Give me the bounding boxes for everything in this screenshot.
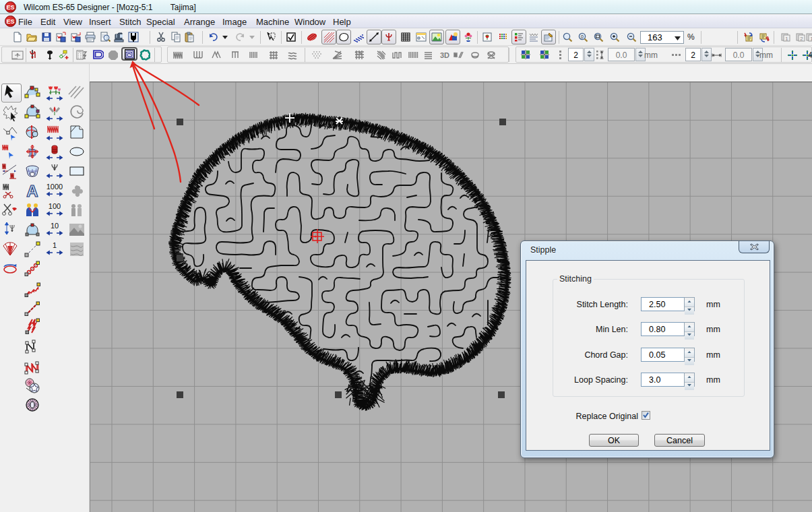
svg-text:A: A [26,182,38,199]
svg-text:1000: 1000 [46,183,63,191]
svg-text:10: 10 [51,222,59,230]
svg-text:0: 0 [581,34,584,39]
svg-text:3D: 3D [440,51,449,59]
svg-text:2: 2 [800,36,803,42]
svg-text:100: 100 [49,202,61,210]
svg-text:1: 1 [53,241,57,249]
svg-text:1: 1 [785,36,788,42]
